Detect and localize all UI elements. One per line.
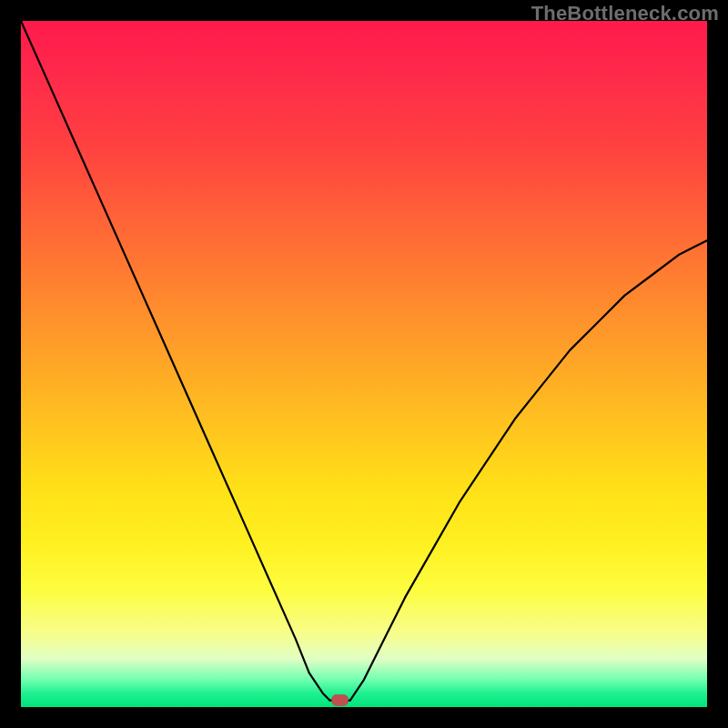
- chart-svg: [21, 21, 707, 707]
- watermark-text: TheBottleneck.com: [531, 2, 719, 25]
- plot-area: [21, 21, 707, 707]
- chart-frame: TheBottleneck.com: [0, 0, 728, 728]
- right-curve: [350, 240, 707, 700]
- left-curve: [21, 21, 329, 701]
- data-marker: [332, 695, 349, 706]
